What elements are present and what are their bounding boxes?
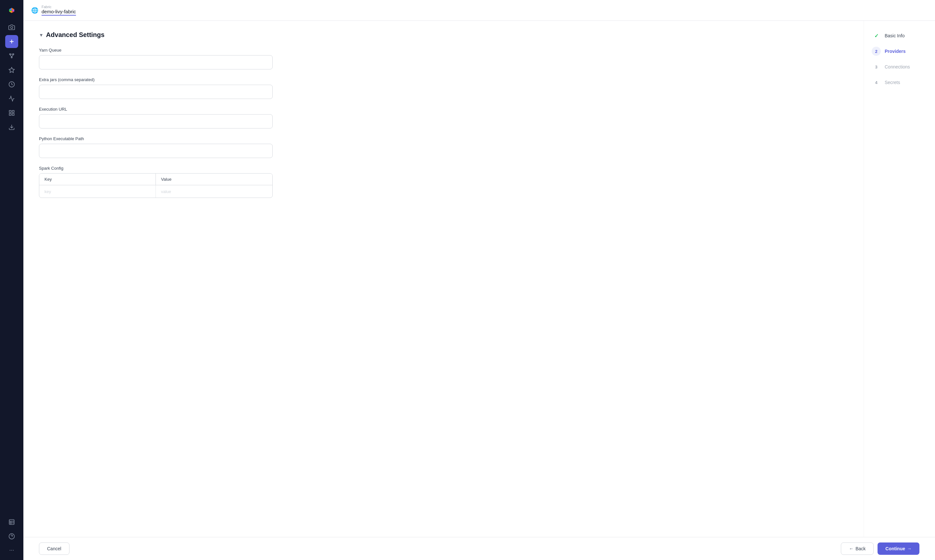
sidebar-item-table[interactable] bbox=[5, 515, 18, 529]
yarn-queue-input[interactable] bbox=[39, 55, 273, 69]
svg-line-9 bbox=[12, 55, 13, 57]
header-title-group: Fabric demo-livy-fabric bbox=[42, 5, 76, 15]
globe-icon: 🌐 bbox=[31, 7, 38, 14]
sidebar-item-assets[interactable] bbox=[5, 64, 18, 77]
spark-config-label: Spark Config bbox=[39, 166, 848, 171]
extra-jars-input[interactable] bbox=[39, 85, 273, 99]
content-area: ▼ Advanced Settings Yarn Queue Extra jar… bbox=[23, 21, 935, 537]
svg-marker-10 bbox=[9, 68, 15, 73]
svg-point-6 bbox=[11, 57, 12, 58]
header: 🌐 Fabric demo-livy-fabric bbox=[23, 0, 935, 21]
step-2-label: Providers bbox=[885, 49, 906, 54]
execution-url-input[interactable] bbox=[39, 114, 273, 128]
sidebar-item-help[interactable] bbox=[5, 530, 18, 543]
form-area: ▼ Advanced Settings Yarn Queue Extra jar… bbox=[23, 21, 864, 537]
spark-config-value-cell bbox=[156, 185, 273, 198]
execution-url-group: Execution URL bbox=[39, 107, 848, 128]
header-label: Fabric bbox=[42, 5, 76, 9]
svg-point-4 bbox=[9, 54, 11, 54]
step-4-number: 4 bbox=[872, 78, 881, 87]
spark-config-value-input[interactable] bbox=[161, 189, 267, 194]
footer-right: ← Back Continue → bbox=[841, 543, 920, 555]
spark-config-group: Spark Config Key Value bbox=[39, 166, 848, 198]
chevron-icon[interactable]: ▼ bbox=[39, 32, 43, 38]
step-4-label: Secrets bbox=[885, 80, 900, 85]
svg-rect-12 bbox=[9, 111, 11, 112]
sidebar: ··· bbox=[0, 0, 23, 560]
step-connections: 3 Connections bbox=[872, 62, 927, 71]
spark-config-col-key: Key bbox=[39, 174, 156, 185]
spark-config-header: Key Value bbox=[39, 174, 273, 185]
python-exec-group: Python Executable Path bbox=[39, 136, 848, 158]
back-button[interactable]: ← Back bbox=[841, 543, 873, 555]
sidebar-item-activity[interactable] bbox=[5, 92, 18, 105]
main-area: 🌐 Fabric demo-livy-fabric ▼ Advanced Set… bbox=[23, 0, 935, 560]
svg-rect-14 bbox=[9, 114, 11, 115]
svg-point-1 bbox=[11, 27, 13, 29]
back-label: Back bbox=[855, 546, 866, 551]
footer: Cancel ← Back Continue → bbox=[23, 537, 935, 560]
spark-config-key-cell bbox=[39, 185, 156, 198]
step-1-label: Basic Info bbox=[885, 33, 904, 38]
svg-point-5 bbox=[13, 54, 14, 54]
extra-jars-label: Extra jars (comma separated) bbox=[39, 77, 848, 82]
sidebar-item-download[interactable] bbox=[5, 121, 18, 134]
svg-rect-17 bbox=[9, 520, 14, 525]
stepper-sidebar: ✓ Basic Info 2 Providers 3 Connections 4… bbox=[864, 21, 935, 537]
yarn-queue-label: Yarn Queue bbox=[39, 48, 848, 52]
step-3-number: 3 bbox=[872, 62, 881, 71]
back-arrow-icon: ← bbox=[849, 546, 853, 551]
step-basic-info: ✓ Basic Info bbox=[872, 31, 927, 40]
sidebar-item-add[interactable] bbox=[5, 35, 18, 48]
extra-jars-group: Extra jars (comma separated) bbox=[39, 77, 848, 99]
python-exec-label: Python Executable Path bbox=[39, 136, 848, 141]
step-providers: 2 Providers bbox=[872, 47, 927, 56]
sidebar-item-camera[interactable] bbox=[5, 21, 18, 34]
svg-line-8 bbox=[10, 55, 12, 57]
continue-label: Continue bbox=[885, 546, 905, 551]
continue-button[interactable]: Continue → bbox=[878, 543, 920, 555]
sidebar-item-history[interactable] bbox=[5, 78, 18, 91]
svg-rect-15 bbox=[12, 114, 14, 115]
continue-arrow-icon: → bbox=[907, 546, 912, 551]
execution-url-label: Execution URL bbox=[39, 107, 848, 112]
header-fabric-name: demo-livy-fabric bbox=[42, 9, 76, 15]
logo[interactable] bbox=[5, 4, 18, 17]
spark-config-key-input[interactable] bbox=[45, 189, 150, 194]
spark-config-col-value: Value bbox=[156, 174, 273, 185]
python-exec-input[interactable] bbox=[39, 144, 273, 158]
cancel-button[interactable]: Cancel bbox=[39, 543, 69, 555]
yarn-queue-group: Yarn Queue bbox=[39, 48, 848, 69]
sidebar-more[interactable]: ··· bbox=[6, 544, 17, 556]
sidebar-item-grid[interactable] bbox=[5, 106, 18, 119]
section-header: ▼ Advanced Settings bbox=[39, 31, 848, 38]
spark-config-row bbox=[39, 185, 273, 198]
step-1-number: ✓ bbox=[872, 31, 881, 40]
step-3-label: Connections bbox=[885, 64, 910, 69]
section-title: Advanced Settings bbox=[46, 31, 105, 38]
spark-config-table: Key Value bbox=[39, 173, 273, 198]
sidebar-item-pipelines[interactable] bbox=[5, 49, 18, 62]
svg-rect-13 bbox=[12, 111, 14, 112]
step-secrets: 4 Secrets bbox=[872, 78, 927, 87]
step-2-number: 2 bbox=[872, 47, 881, 56]
